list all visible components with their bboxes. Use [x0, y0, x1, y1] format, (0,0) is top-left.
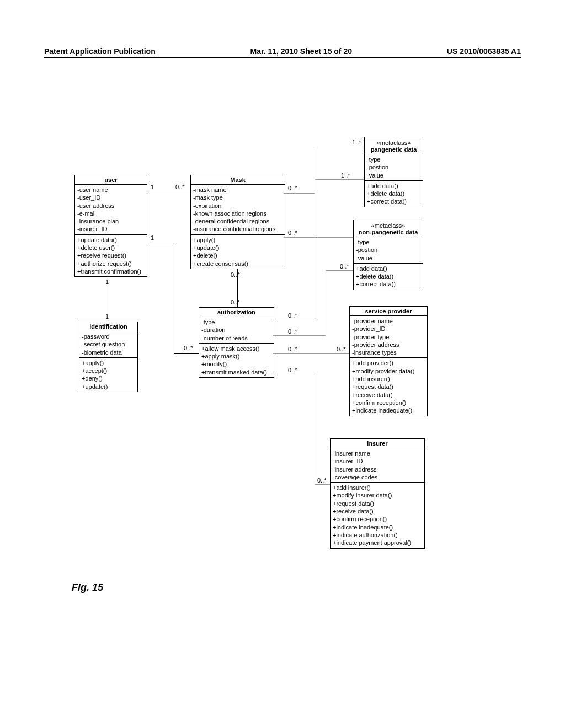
- class-authorization: authorization -type -duration -number of…: [199, 307, 274, 378]
- class-serviceprovider-ops: +add provider() +modify provider data() …: [350, 358, 427, 415]
- attr-row: -postion: [356, 246, 420, 254]
- attr-row: -type: [367, 156, 420, 163]
- multiplicity: 0..*: [288, 367, 297, 373]
- attr-row: -known association regions: [193, 210, 282, 217]
- class-nonpangenetic-attrs: -type -postion -value: [354, 237, 423, 264]
- attr-row: -e-mail: [77, 210, 145, 217]
- op-row: +receive request(): [77, 251, 145, 259]
- op-row: +receive data(): [352, 391, 425, 399]
- op-row: +add data(): [367, 182, 420, 190]
- attr-row: -value: [367, 172, 420, 179]
- op-row: +correct data(): [356, 280, 420, 288]
- attr-row: -insurance types: [352, 349, 425, 356]
- op-row: +modify(): [201, 360, 271, 368]
- multiplicity: 0..*: [288, 346, 297, 352]
- attr-row: -expiration: [193, 202, 282, 210]
- op-row: +delete user(): [77, 244, 145, 251]
- assoc-line: [326, 270, 326, 335]
- assoc-line: [315, 147, 364, 147]
- multiplicity: 0..*: [175, 184, 185, 190]
- multiplicity: 0..*: [340, 263, 349, 270]
- multiplicity: 0..*: [231, 299, 240, 306]
- multiplicity: 1: [105, 279, 109, 285]
- assoc-line: [326, 270, 353, 271]
- attr-row: -provider name: [352, 317, 425, 325]
- attr-row: -coverage codes: [333, 473, 422, 481]
- class-identification-title: identification: [79, 322, 137, 331]
- class-pangenetic-title: «metaclass» pangenetic data: [365, 137, 423, 154]
- multiplicity: 0..*: [184, 345, 193, 351]
- op-row: +accept(): [82, 367, 135, 374]
- attr-row: -user address: [77, 202, 145, 210]
- multiplicity: 0..*: [317, 477, 327, 484]
- class-identification: identification -password -secret questio…: [79, 322, 138, 392]
- multiplicity: 1: [151, 234, 154, 241]
- attr-row: -user_ID: [77, 194, 145, 201]
- attr-row: -insurer name: [333, 449, 422, 457]
- op-row: +indicate payment approval(): [333, 539, 422, 547]
- assoc-line: [315, 374, 315, 484]
- op-row: +modify insurer data(): [333, 491, 422, 499]
- op-row: +update(): [82, 383, 135, 390]
- class-mask-title: Mask: [191, 175, 285, 185]
- class-user-title: user: [75, 175, 147, 185]
- class-pangenetic-ops: +add data() +delete data() +correct data…: [365, 181, 423, 207]
- op-row: +add insurer(): [333, 484, 422, 491]
- assoc-line: [273, 335, 326, 336]
- attr-row: -provider address: [352, 341, 425, 349]
- op-row: +add provider(): [352, 359, 425, 367]
- class-mask-ops: +apply() +update() +delete() +create con…: [191, 235, 285, 269]
- op-row: +request data(): [333, 500, 422, 507]
- op-row: +confirm reception(): [352, 399, 425, 406]
- op-row: +request data(): [352, 383, 425, 390]
- op-row: +authorize request(): [77, 260, 145, 267]
- attr-row: -provider_ID: [352, 325, 425, 333]
- class-nonpangenetic: «metaclass» non-pangenetic data -type -p…: [353, 220, 423, 290]
- attr-row: -general confidential regions: [193, 217, 282, 225]
- attr-row: -insurance plan: [77, 217, 145, 225]
- class-authorization-attrs: -type -duration -number of reads: [199, 317, 274, 344]
- op-row: +apply(): [193, 236, 282, 244]
- class-user-attrs: -user name -user_ID -user address -e-mai…: [75, 185, 147, 235]
- assoc-line: [284, 193, 315, 194]
- op-row: +confirm reception(): [333, 515, 422, 523]
- op-row: +create consensus(): [193, 260, 282, 267]
- attr-row: -insurance confidential regions: [193, 225, 282, 233]
- attr-row: -mask name: [193, 186, 282, 194]
- op-row: +update data(): [77, 236, 145, 244]
- multiplicity: 1..*: [341, 172, 350, 179]
- op-row: +modify provider data(): [352, 367, 425, 375]
- attr-row: -duration: [201, 326, 271, 334]
- op-row: +delete data(): [367, 190, 420, 197]
- assoc-line: [146, 192, 190, 192]
- op-row: +update(): [193, 244, 282, 251]
- attr-row: -user name: [77, 186, 145, 194]
- op-row: +deny(): [82, 374, 135, 382]
- op-row: +delete(): [193, 251, 282, 259]
- assoc-line: [315, 484, 330, 485]
- assoc-line: [315, 179, 364, 180]
- op-row: +correct data(): [367, 197, 420, 205]
- attr-row: -password: [82, 333, 135, 340]
- header-right: US 2010/0063835 A1: [447, 47, 521, 56]
- class-serviceprovider: service provider -provider name -provide…: [349, 306, 428, 416]
- header-left: Patent Application Publication: [44, 47, 156, 56]
- attr-row: -mask type: [193, 194, 282, 201]
- class-insurer: insurer -insurer name -insurer_ID -insur…: [330, 438, 425, 549]
- op-row: +add data(): [356, 265, 420, 272]
- assoc-line: [284, 237, 353, 238]
- assoc-line: [174, 353, 199, 354]
- multiplicity: 0..*: [288, 312, 297, 319]
- op-row: +indicate inadequate(): [352, 406, 425, 414]
- class-nonpangenetic-title: «metaclass» non-pangenetic data: [354, 220, 423, 237]
- assoc-line: [174, 243, 174, 353]
- attr-row: -value: [356, 254, 420, 262]
- class-user: user -user name -user_ID -user address -…: [74, 175, 147, 277]
- multiplicity: 0..*: [288, 328, 297, 335]
- multiplicity: 1: [151, 184, 154, 190]
- multiplicity: 0..*: [337, 346, 346, 352]
- op-row: +apply mask(): [201, 352, 271, 360]
- op-row: +allow mask access(): [201, 345, 271, 352]
- class-insurer-ops: +add insurer() +modify insurer data() +r…: [331, 483, 424, 548]
- title-text: pangenetic data: [368, 146, 419, 153]
